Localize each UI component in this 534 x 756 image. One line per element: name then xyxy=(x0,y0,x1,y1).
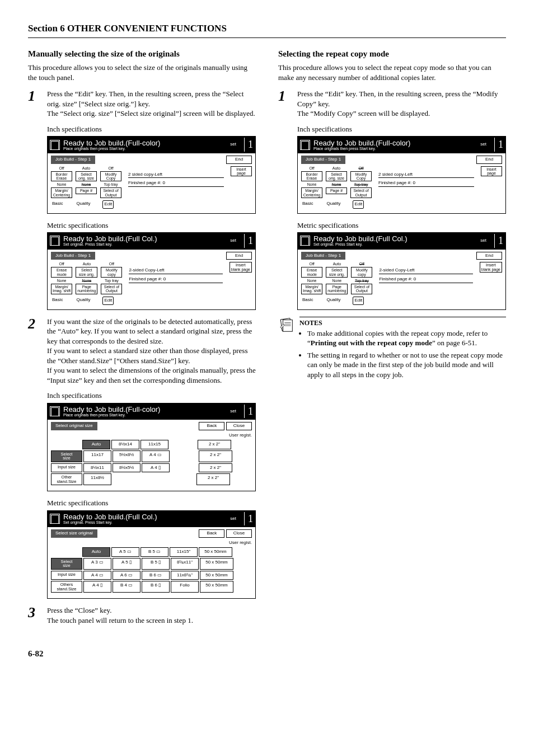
page-num-btn[interactable]: Page # xyxy=(76,187,97,194)
size-option[interactable]: 50 x 50mm xyxy=(200,558,233,570)
margin-imagshift-btn[interactable]: Margin/ Imag. shift xyxy=(51,284,72,294)
erase-mode-btn[interactable]: Erase mode xyxy=(51,267,72,278)
val: Off xyxy=(301,166,322,170)
back-button[interactable]: Back xyxy=(199,529,224,538)
size-option[interactable]: 8½x11 xyxy=(83,463,111,473)
panel-select-size-metric: Ready to Job build.(Full Col.) Set origi… xyxy=(47,510,256,599)
size-option[interactable]: 2 x 2" xyxy=(199,450,232,462)
size-option[interactable]: A 4 ▯ xyxy=(142,463,170,473)
modify-copy-btn[interactable]: Modify copy xyxy=(101,267,122,278)
size-option[interactable]: 2 x 2" xyxy=(196,473,230,485)
user-regist: User regist. xyxy=(51,540,252,546)
modify-copy-btn[interactable]: Modify copy xyxy=(351,267,372,278)
select-orig-size-btn[interactable]: Select orig. size xyxy=(326,171,347,182)
val: Top tray xyxy=(351,279,372,283)
tab-quality[interactable]: Quality xyxy=(326,297,342,305)
size-option[interactable]: 2 x 2" xyxy=(198,440,231,449)
size-option[interactable]: 8½x14 xyxy=(111,440,139,449)
size-option[interactable]: B 4 ▭ xyxy=(113,581,140,593)
size-option[interactable]: Auto xyxy=(82,547,110,557)
tab-quality[interactable]: Quality xyxy=(76,297,92,305)
tab-edit[interactable]: Edit xyxy=(353,297,364,305)
size-option[interactable]: A 5 ▯ xyxy=(113,558,140,570)
val: Auto xyxy=(326,262,348,266)
tab-quality[interactable]: Quality xyxy=(76,200,92,209)
size-option[interactable]: 2 x 2" xyxy=(199,463,232,473)
size-option[interactable]: A 4 ▯ xyxy=(83,581,111,593)
select-orig-size-btn[interactable]: Select orig. size xyxy=(76,171,97,182)
end-button[interactable]: End xyxy=(476,252,502,260)
size-option[interactable]: A 5 ▭ xyxy=(111,547,139,557)
margin-imagshift-btn[interactable]: Margin/ Imag. shift xyxy=(301,284,322,294)
size-option[interactable]: 50 x 50mm xyxy=(199,547,232,557)
size-option[interactable]: Auto xyxy=(82,440,110,449)
tab-basic[interactable]: Basic xyxy=(301,297,315,305)
section-title: Section 6 OTHER CONVENIENT FUNCTIONS xyxy=(28,22,506,38)
border-erase-btn[interactable]: Border Erase xyxy=(301,171,322,182)
size-option[interactable]: Folio xyxy=(171,581,199,593)
insert-blank-page-btn[interactable]: Insert blank page xyxy=(229,262,252,273)
tab-edit[interactable]: Edit xyxy=(102,200,114,209)
select-output-btn[interactable]: Select of Output xyxy=(100,187,121,198)
val: None xyxy=(76,182,97,186)
page-num-btn[interactable]: Page # xyxy=(326,187,347,194)
close-button[interactable]: Close xyxy=(226,422,252,430)
modify-copy-btn[interactable]: Modify Copy xyxy=(350,171,372,182)
tab-basic[interactable]: Basic xyxy=(51,297,64,305)
erase-mode-btn[interactable]: Erase mode xyxy=(301,267,322,278)
size-option[interactable]: B 6 ▭ xyxy=(142,571,170,580)
size-option[interactable]: 5½x8½ xyxy=(113,450,140,462)
size-option[interactable]: 11x15 xyxy=(140,440,168,449)
end-button[interactable]: End xyxy=(476,156,502,164)
size-option[interactable]: 8½x5½ xyxy=(113,463,140,473)
select-output-btn[interactable]: Select of Output xyxy=(351,284,372,294)
panel-ready: Ready to Job build.(Full Col.) xyxy=(63,235,157,242)
tab-quality[interactable]: Quality xyxy=(326,200,342,209)
tab-edit[interactable]: Edit xyxy=(353,200,364,209)
size-option[interactable]: A 6 ▭ xyxy=(113,571,140,580)
select-size-orig-btn[interactable]: Select size orig. xyxy=(326,267,348,278)
size-side-button[interactable]: Others stand.Size xyxy=(51,581,82,593)
panel-count: 1 xyxy=(244,512,253,525)
insert-page-btn[interactable]: Insert page xyxy=(231,166,252,177)
insert-blank-page-btn[interactable]: Insert blank page xyxy=(480,262,502,273)
back-button[interactable]: Back xyxy=(199,422,224,430)
size-option[interactable]: A 4 ▭ xyxy=(142,450,170,462)
select-size-orig-btn[interactable]: Select size orig. xyxy=(76,267,97,278)
size-option[interactable]: B 5 ▯ xyxy=(142,558,170,570)
select-output-btn[interactable]: Select of Output xyxy=(350,187,372,198)
left-intro: This procedure allows you to select the … xyxy=(28,63,256,82)
size-side-button[interactable]: Select size xyxy=(51,450,82,462)
modify-copy-btn[interactable]: Modify Copy xyxy=(100,171,121,182)
size-option[interactable]: B 5 ▭ xyxy=(140,547,168,557)
size-option[interactable]: A 4 ▭ xyxy=(83,571,111,580)
border-erase-btn[interactable]: Border Erase xyxy=(51,171,72,182)
size-option[interactable]: 11x15" xyxy=(170,547,198,557)
size-option[interactable]: 50 x 50mm xyxy=(200,571,233,580)
size-side-button[interactable]: Input size xyxy=(51,571,82,580)
page-numbering-btn[interactable]: Page numbering xyxy=(326,284,348,294)
page-numbering-btn[interactable]: Page numbering xyxy=(76,284,97,294)
size-option[interactable]: A 3 ▭ xyxy=(83,558,111,570)
size-option[interactable]: 11x17 xyxy=(83,450,111,462)
end-button[interactable]: End xyxy=(226,156,252,164)
tab-basic[interactable]: Basic xyxy=(301,200,315,209)
size-option[interactable]: 50 x 50mm xyxy=(200,581,233,593)
end-button[interactable]: End xyxy=(226,252,252,260)
size-side-button[interactable]: Select size xyxy=(51,558,82,570)
insert-page-btn[interactable]: Insert page xyxy=(481,166,502,177)
size-option[interactable]: B 6 ▯ xyxy=(142,581,170,593)
size-option[interactable]: 11x8½ xyxy=(83,473,111,485)
tab-edit[interactable]: Edit xyxy=(102,297,114,305)
margin-centering-btn[interactable]: Margin/ Centering xyxy=(301,187,322,198)
margin-centering-btn[interactable]: Margin/ Centering xyxy=(51,187,72,198)
tab-basic[interactable]: Basic xyxy=(51,200,64,209)
close-button[interactable]: Close xyxy=(226,529,252,538)
size-option[interactable]: 8¹/₂x11" xyxy=(171,558,199,570)
size-side-button[interactable]: Other stand.Size xyxy=(51,473,82,485)
panel-set: set xyxy=(230,238,241,244)
size-option[interactable]: 11x8¹/₂" xyxy=(171,571,199,580)
select-output-btn[interactable]: Select of Output xyxy=(101,284,122,294)
size-side-button[interactable]: Input size xyxy=(51,463,82,473)
panel-icon xyxy=(50,140,60,150)
